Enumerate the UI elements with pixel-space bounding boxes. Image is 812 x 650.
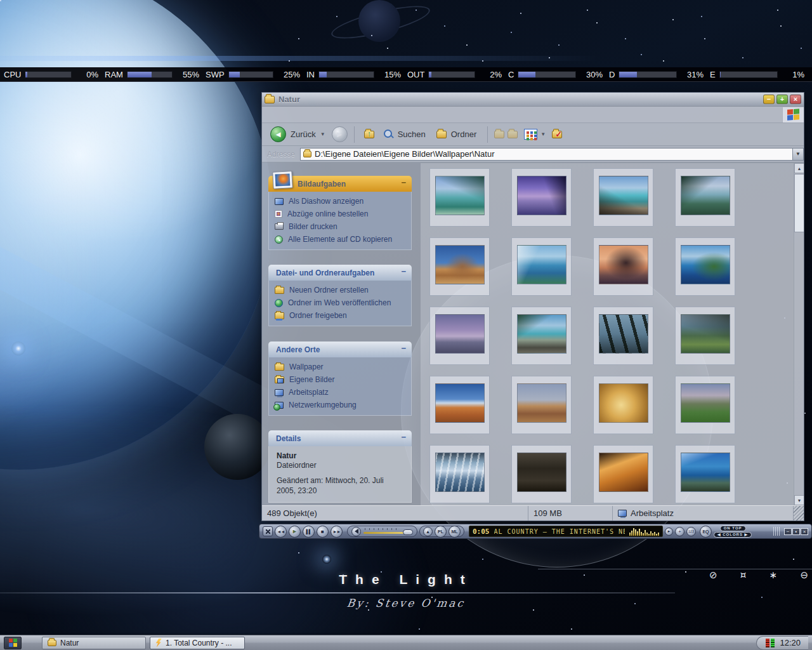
panel-items: Neuen Ordner erstellenOrdner im Web verö… xyxy=(268,281,412,326)
search-button[interactable]: Suchen xyxy=(381,128,430,140)
thumbnail-orange-canyon[interactable] xyxy=(593,445,653,503)
thumbnail-waterfall[interactable] xyxy=(429,445,490,503)
thumbnail-desert-monolith[interactable] xyxy=(429,237,490,296)
volume-knob[interactable] xyxy=(403,529,413,535)
copy-to-icon[interactable] xyxy=(508,131,518,138)
thumbnail-dark-palms[interactable] xyxy=(593,307,653,365)
title-bar[interactable]: Natur − + × xyxy=(262,93,804,107)
eject-button[interactable]: ▲ xyxy=(423,527,433,536)
back-dropdown-caret[interactable]: ▼ xyxy=(320,131,325,137)
thumbnail-dark-forest-roots[interactable] xyxy=(511,445,572,503)
start-button[interactable] xyxy=(4,637,22,649)
playlist-button[interactable]: PL xyxy=(435,526,447,538)
shuffle-button[interactable]: 123 xyxy=(686,527,696,536)
stop-button[interactable]: ■ xyxy=(317,526,329,538)
thumbnail-cliff-over-sea[interactable] xyxy=(511,237,572,296)
address-dropdown-button[interactable]: ▼ xyxy=(793,148,804,161)
player-minimize-button[interactable]: − xyxy=(784,528,792,535)
thumbnail-image xyxy=(681,176,730,215)
panel-header[interactable]: Bildaufgaben − xyxy=(268,176,412,192)
thumbnail-outback-trees[interactable] xyxy=(429,376,490,434)
add-button[interactable]: + xyxy=(675,527,684,536)
views-button[interactable]: ▼ xyxy=(521,128,549,141)
thumbnail-image xyxy=(599,314,648,354)
traffic-monitor-icon[interactable] xyxy=(766,639,775,647)
collapse-button[interactable]: − xyxy=(401,432,406,442)
sidebar-item[interactable]: Abzüge online bestellen xyxy=(269,208,411,220)
meter-out: OUT2% xyxy=(406,70,507,79)
panel-details: Details − Natur Dateiordner Geändert am:… xyxy=(268,430,412,503)
desktop-widget-icon-0[interactable]: ⊘ xyxy=(709,569,717,581)
resize-grip[interactable] xyxy=(794,506,804,521)
colors-selector[interactable]: ◀ COLORS ▶ xyxy=(714,532,752,538)
forward-button[interactable]: ▶ xyxy=(332,126,348,142)
sidebar-item[interactable]: Ordner im Web veröffentlichen xyxy=(269,296,411,309)
folders-button[interactable]: Ordner xyxy=(433,128,481,140)
thumbnail-rocky-beach[interactable] xyxy=(593,168,653,227)
thumbnail-coastal-cliff[interactable] xyxy=(675,168,735,227)
thumbnail-orange-sunset-palms[interactable] xyxy=(593,237,653,296)
collapse-button[interactable]: − xyxy=(401,178,406,187)
taskbar-item-natur[interactable]: Natur xyxy=(42,637,146,649)
thumbnail-aerial-island[interactable] xyxy=(675,237,735,296)
previous-button[interactable]: ◄◄ xyxy=(275,526,287,538)
equalizer-button[interactable]: EQ xyxy=(700,526,712,538)
thumbnail-purple-sunset-palm[interactable] xyxy=(511,168,572,227)
thumbnail-golden-forest[interactable] xyxy=(593,376,653,434)
thumbnail-image xyxy=(681,314,730,354)
speaker-icon[interactable] xyxy=(351,527,361,536)
scroll-down-button[interactable]: ▼ xyxy=(794,495,804,505)
desktop-widget-icon-1[interactable]: ¤ xyxy=(740,569,747,581)
media-library-button[interactable]: ML xyxy=(449,526,461,538)
scrollbar-thumb[interactable] xyxy=(794,174,804,232)
thumbnail-blue-cove[interactable] xyxy=(675,445,735,503)
sidebar-item[interactable]: Bilder drucken xyxy=(269,220,411,233)
move-to-icon[interactable] xyxy=(494,131,504,138)
sidebar-item[interactable]: Netzwerkumgebung xyxy=(269,399,411,411)
up-button[interactable]: ↑ xyxy=(361,129,377,140)
back-button[interactable]: ◀ Zurück ▼ xyxy=(267,125,329,143)
spectrum-visualizer xyxy=(629,527,659,536)
collapse-button[interactable]: − xyxy=(401,267,406,276)
thumbnail-stone-field[interactable] xyxy=(675,376,735,434)
desktop-widget-icon-2[interactable]: ∗ xyxy=(769,569,778,581)
on-top-toggle[interactable]: ON TOP xyxy=(720,526,746,531)
player-menu-button[interactable] xyxy=(263,526,273,536)
thumbnail-palm-lagoon[interactable] xyxy=(429,168,490,227)
sidebar-item[interactable]: Arbeitsplatz xyxy=(269,386,411,399)
folder-icon xyxy=(275,364,284,371)
desktop-widget-icon-3[interactable]: ⊖ xyxy=(800,569,808,581)
sidebar-item[interactable]: Alle Elemente auf CD kopieren xyxy=(269,233,411,246)
sidebar-item[interactable]: Wallpaper xyxy=(269,361,411,373)
player-shade-button[interactable]: ▪ xyxy=(792,528,800,535)
play-button[interactable]: ► xyxy=(289,526,301,538)
close-button[interactable]: × xyxy=(790,95,801,104)
meter-swp: SWP25% xyxy=(204,70,305,79)
minimize-button[interactable]: − xyxy=(763,95,775,104)
pause-button[interactable]: ▌▌ xyxy=(303,526,315,538)
thumbnail-green-coast-river[interactable] xyxy=(675,307,735,365)
collapse-button[interactable]: − xyxy=(401,343,406,353)
thumbnail-rocky-shore[interactable] xyxy=(511,307,572,365)
scroll-up-button[interactable]: ▲ xyxy=(794,163,804,173)
wallpaper-byline: By: Steve O'mac xyxy=(0,597,812,609)
panel-header[interactable]: Details − xyxy=(268,430,412,446)
volume-slider[interactable] xyxy=(363,528,413,534)
back-arrow-icon: ◀ xyxy=(270,126,286,142)
next-button[interactable]: ►► xyxy=(331,526,343,538)
sidebar-item[interactable]: Eigene Bilder xyxy=(269,373,411,386)
address-input[interactable]: D:\Eigene Dateien\Eigene Bilder\Wallpape… xyxy=(300,148,793,161)
folder-sync-icon[interactable]: ✓ xyxy=(552,131,562,138)
player-close-button[interactable]: × xyxy=(801,528,808,535)
sidebar-item[interactable]: Ordner freigeben xyxy=(269,309,411,322)
taskbar-item-winamp[interactable]: 1. Total Country - ... xyxy=(150,637,245,649)
sidebar-item[interactable]: Als Diashow anzeigen xyxy=(269,195,411,208)
panel-header[interactable]: Datei- und Ordneraufgaben − xyxy=(268,265,412,281)
thumbnail-hazy-mesas[interactable] xyxy=(511,376,572,434)
thumbnail-dusk-beach[interactable] xyxy=(429,307,490,365)
panel-header[interactable]: Andere Orte − xyxy=(268,342,412,357)
sidebar-item[interactable]: Neuen Ordner erstellen xyxy=(269,284,411,296)
maximize-button[interactable]: + xyxy=(776,95,788,104)
mini-play-button[interactable]: ► xyxy=(665,527,673,536)
vertical-scrollbar[interactable]: ▲ ▼ xyxy=(794,163,804,505)
